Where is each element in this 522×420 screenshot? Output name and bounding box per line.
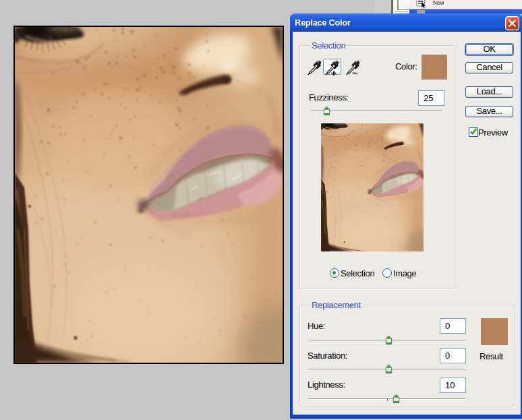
svg-text:New: New [433,0,444,6]
